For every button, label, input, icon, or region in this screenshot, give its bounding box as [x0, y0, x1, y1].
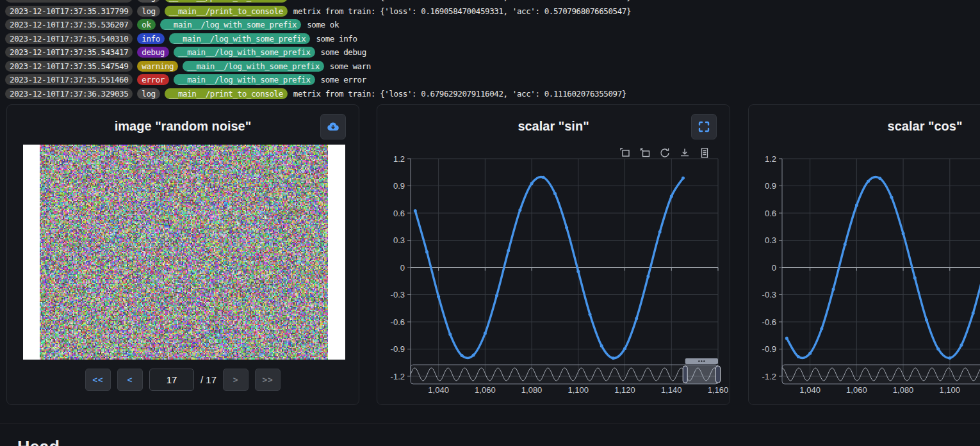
svg-text:-0.3: -0.3: [762, 290, 776, 299]
image-card: image "random noise" << < / 17 > >>: [6, 104, 359, 405]
svg-text:1,080: 1,080: [521, 385, 543, 395]
svg-text:-1.2: -1.2: [391, 372, 405, 381]
logger-badge: __main__/print_to_console: [165, 88, 288, 99]
page-total-label: / 17: [200, 374, 216, 385]
timestamp-badge: 2023-12-10T17:37:35.543417: [5, 47, 133, 58]
cloud-download-icon: [326, 120, 340, 134]
prev-page-button[interactable]: <: [117, 369, 143, 391]
level-badge: ok: [137, 19, 155, 30]
datazoom-track[interactable]: [411, 365, 718, 384]
svg-text:0.9: 0.9: [765, 181, 776, 191]
log-message: metrix from train: {'loss': 0.6796292079…: [293, 89, 626, 99]
log-line: 2023-12-10T17:37:35.547549 warning __mai…: [5, 61, 979, 72]
timestamp-badge: 2023-12-10T17:37:35.540310: [5, 33, 133, 44]
log-line: 2023-12-10T17:37:35.543417 debug __main_…: [5, 47, 979, 58]
svg-text:-0.9: -0.9: [762, 344, 776, 354]
level-badge: log: [137, 6, 159, 17]
svg-text:-0.6: -0.6: [762, 317, 776, 327]
svg-text:0.9: 0.9: [393, 181, 405, 191]
log-message: some error: [321, 75, 366, 84]
svg-text:1,100: 1,100: [568, 385, 589, 395]
svg-text:-0.9: -0.9: [391, 344, 405, 354]
log-line: 2023-12-10T17:37:36.329035 log __main__/…: [5, 88, 979, 99]
log-line-clipped: 2023-12-10T17:37:35.317799 log __main__/…: [5, 0, 979, 3]
cos-card-title: scalar "cos": [749, 105, 980, 134]
svg-text:0.6: 0.6: [393, 209, 405, 218]
cos-chart: 1.20.90.60.30-0.3-0.6-0.9-1.21,0401,0601…: [751, 146, 980, 402]
timestamp-badge: 2023-12-10T17:37:35.551460: [5, 74, 133, 85]
last-page-button[interactable]: >>: [255, 369, 281, 391]
timestamp-badge: 2023-12-10T17:37:35.317799: [5, 6, 133, 17]
timestamp-badge: 2023-12-10T17:37:35.536207: [5, 19, 133, 30]
clipped-section-heading: Head: [17, 438, 60, 446]
log-message: metrix from train: {'loss': 0.1690584700…: [293, 6, 631, 16]
chart-svg: 1.20.90.60.30-0.3-0.6-0.9-1.21,0401,0601…: [751, 146, 980, 402]
next-page-button[interactable]: >: [223, 369, 249, 391]
svg-text:0.3: 0.3: [765, 235, 776, 245]
timestamp-badge: 2023-12-10T17:37:36.329035: [5, 88, 133, 99]
svg-text:-1.2: -1.2: [762, 372, 776, 381]
scalar-sin-card: scalar "sin" 1.20.90.60.30-0.3-0.6-0.9-1…: [377, 104, 730, 405]
logger-badge: __main__/log_with_some_prefix: [160, 19, 302, 30]
level-badge: log: [137, 0, 159, 3]
svg-text:1,060: 1,060: [846, 385, 867, 395]
log-message: some warn: [330, 61, 371, 71]
datazoom-handle-left[interactable]: [683, 366, 687, 383]
level-badge: warning: [137, 61, 178, 72]
svg-text:1,160: 1,160: [708, 385, 728, 395]
log-console: 2023-12-10T17:37:35.317799 log __main__/…: [5, 0, 979, 102]
svg-text:0: 0: [772, 263, 776, 273]
svg-text:1,120: 1,120: [614, 385, 635, 395]
datazoom-window[interactable]: [685, 365, 718, 384]
log-message: metrix from train: {'loss': 0.1690584700…: [293, 0, 631, 2]
level-badge: info: [137, 33, 165, 44]
first-page-button[interactable]: <<: [85, 369, 111, 391]
scalar-cos-card: scalar "cos" 1.20.90.60.30-0.3-0.6-0.9-1…: [748, 104, 980, 405]
noise-image: [40, 145, 328, 360]
download-image-button[interactable]: [320, 114, 346, 139]
section-divider: [0, 423, 980, 424]
svg-text:1,080: 1,080: [893, 385, 914, 395]
svg-text:0.6: 0.6: [765, 209, 776, 218]
svg-text:1.2: 1.2: [393, 154, 405, 164]
svg-text:-0.6: -0.6: [391, 317, 405, 327]
logger-badge: __main__/log_with_some_prefix: [169, 33, 311, 44]
svg-text:0.3: 0.3: [393, 235, 405, 245]
svg-text:1,040: 1,040: [799, 385, 821, 395]
log-message: some ok: [307, 20, 339, 29]
datazoom-track[interactable]: [782, 365, 980, 384]
image-card-title: image "random noise": [7, 105, 359, 134]
log-message: some info: [316, 34, 357, 44]
log-line: 2023-12-10T17:37:35.551460 error __main_…: [5, 74, 979, 85]
log-line: 2023-12-10T17:37:35.540310 info __main__…: [5, 33, 979, 44]
timestamp-badge: 2023-12-10T17:37:35.317799: [5, 0, 133, 3]
svg-text:1,060: 1,060: [475, 385, 496, 395]
svg-text:1.2: 1.2: [765, 154, 776, 164]
logger-badge: __main__/print_to_console: [165, 6, 288, 17]
logger-badge: __main__/log_with_some_prefix: [183, 61, 324, 72]
logger-badge: __main__/log_with_some_prefix: [174, 74, 315, 85]
logger-badge: __main__/log_with_some_prefix: [174, 47, 315, 58]
svg-text:1,100: 1,100: [940, 385, 961, 395]
fullscreen-icon: [698, 120, 710, 133]
level-badge: log: [137, 88, 159, 99]
log-message: some debug: [321, 47, 366, 57]
log-line: 2023-12-10T17:37:35.317799 log __main__/…: [5, 6, 979, 17]
logger-badge: __main__/print_to_console: [165, 0, 288, 3]
svg-text:1,040: 1,040: [428, 385, 449, 395]
image-pagination: << < / 17 > >>: [7, 369, 359, 391]
datazoom-handle-right[interactable]: [716, 366, 721, 383]
svg-text:-0.3: -0.3: [391, 290, 405, 299]
timestamp-badge: 2023-12-10T17:37:35.547549: [5, 61, 133, 72]
level-badge: error: [137, 74, 169, 85]
sin-card-title: scalar "sin": [377, 105, 730, 134]
page-number-input[interactable]: [149, 369, 194, 391]
chart-svg: 1.20.90.60.30-0.3-0.6-0.9-1.21,0401,0601…: [380, 146, 728, 402]
level-badge: debug: [137, 47, 169, 58]
sin-chart: 1.20.90.60.30-0.3-0.6-0.9-1.21,0401,0601…: [380, 146, 728, 402]
svg-text:0: 0: [400, 263, 405, 273]
image-mat: [23, 145, 345, 360]
expand-chart-button[interactable]: [691, 114, 717, 139]
svg-text:1,140: 1,140: [661, 385, 682, 395]
log-line: 2023-12-10T17:37:35.536207 ok __main__/l…: [5, 19, 979, 30]
